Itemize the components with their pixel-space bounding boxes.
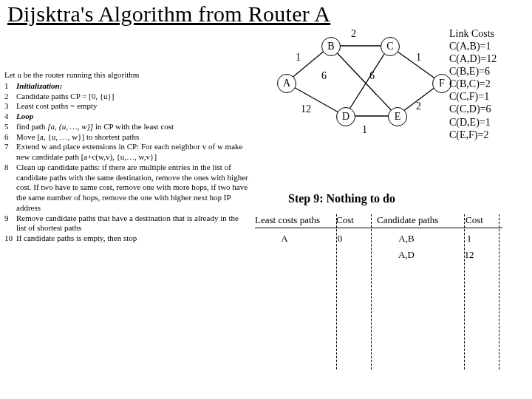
divider — [499, 214, 499, 369]
table-row: A0A,B1 — [255, 233, 502, 245]
edge-weight: 2 — [351, 28, 356, 40]
table-cell: A,D — [366, 249, 447, 261]
divider — [336, 214, 337, 369]
algo-line-num: 2 — [4, 92, 16, 102]
algo-line-num: 6 — [4, 132, 16, 143]
link-cost-entry: C(A,D)=12 — [449, 52, 531, 65]
algo-line-num: 5 — [4, 122, 16, 132]
link-costs-panel: Link Costs C(A,B)=1C(A,D)=12C(B,E)=6C(B,… — [449, 27, 531, 141]
edge-weight: 6 — [321, 70, 327, 82]
edge-weight: 1 — [296, 52, 301, 64]
graph-node-C: C — [381, 37, 400, 56]
divider — [464, 214, 465, 369]
graph-node-A: A — [277, 74, 296, 93]
algorithm-listing: Let u be the router running this algorit… — [4, 70, 248, 244]
graph-node-E: E — [388, 107, 407, 126]
graph-node-D: D — [336, 107, 355, 126]
page-title: Dijsktra's Algorithm from Router A — [7, 1, 330, 27]
svg-line-6 — [330, 46, 397, 116]
algo-intro: Let u be the router running this algorit… — [4, 70, 248, 81]
edge-weight: 12 — [301, 103, 311, 115]
network-graph: 121121266ABCDEF — [255, 30, 447, 140]
link-cost-entry: C(B,E)=6 — [449, 65, 531, 78]
algo-line-num: 9 — [4, 214, 16, 234]
algo-line-text: Candidate paths CP = [0, {u}] — [16, 92, 248, 102]
graph-node-B: B — [321, 37, 341, 56]
table-cell: 1 — [447, 233, 491, 245]
algo-line-text: Initialization: — [16, 81, 248, 92]
algo-line-text: Extend w and place extensions in CP: For… — [16, 142, 248, 163]
col-cand-cost: Cost — [466, 214, 499, 226]
algo-line-text: Least cost paths = empty — [16, 101, 248, 112]
col-least-cost: Cost — [336, 214, 369, 226]
col-cand-paths: Candidate paths — [369, 214, 466, 226]
link-cost-entry: C(A,B)=1 — [449, 40, 531, 52]
algo-line-num: 8 — [4, 163, 16, 214]
table-row: A,D12 — [255, 249, 502, 261]
algo-line-num: 3 — [4, 101, 16, 112]
algo-line-text: Clean up candidate paths: if there are m… — [16, 163, 248, 214]
table-cell — [314, 249, 366, 261]
table-cell: 12 — [447, 249, 491, 261]
edge-weight: 2 — [416, 100, 421, 112]
table-cell: A — [255, 233, 314, 245]
step-label: Step 9: Nothing to do — [288, 192, 395, 205]
edge-weight: 6 — [369, 70, 375, 82]
edge-weight: 1 — [416, 52, 421, 64]
algo-line-num: 4 — [4, 112, 16, 122]
algo-line-text: Remove candidate paths that have a desti… — [16, 214, 248, 234]
edge-weight: 1 — [362, 124, 367, 136]
link-cost-entry: C(D,E)=1 — [449, 116, 531, 129]
algo-line-num: 7 — [4, 142, 16, 163]
svg-line-7 — [345, 46, 389, 116]
algo-line-text: Move [a, {u, …, w}] to shortest paths — [16, 132, 248, 143]
algo-line-num: 1 — [4, 81, 16, 92]
col-least-paths: Least costs paths — [255, 214, 336, 226]
algo-line-num: 10 — [4, 233, 16, 244]
table-cell: A,B — [366, 233, 447, 245]
table-cell — [255, 249, 314, 261]
link-cost-entry: C(E,F)=2 — [449, 129, 531, 141]
link-costs-title: Link Costs — [449, 27, 531, 40]
divider — [371, 214, 372, 369]
paths-tables: Least costs paths Cost Candidate paths C… — [255, 214, 502, 261]
table-cell: 0 — [314, 233, 366, 245]
link-cost-entry: C(C,D)=6 — [449, 103, 531, 115]
link-cost-entry: C(B,C)=2 — [449, 78, 531, 90]
algo-line-text: If candidate paths is empty, then stop — [16, 233, 248, 244]
link-cost-entry: C(C,F)=1 — [449, 90, 531, 103]
algo-line-text: Loop — [16, 112, 248, 122]
algo-line-text: find path [a, {u, …, w}] in CP with the … — [16, 122, 248, 132]
